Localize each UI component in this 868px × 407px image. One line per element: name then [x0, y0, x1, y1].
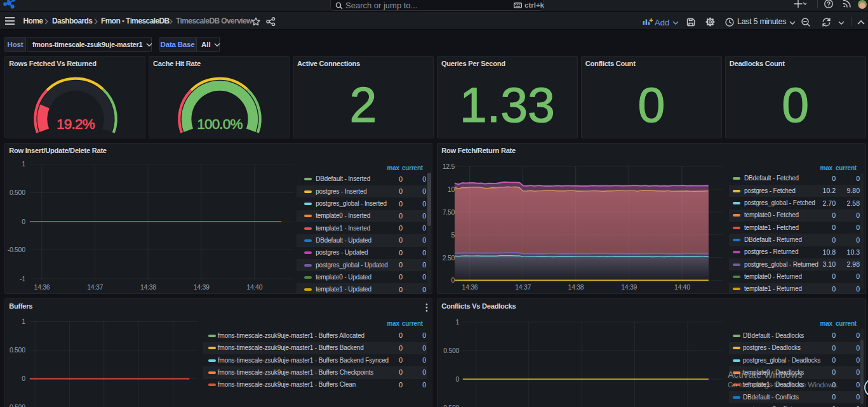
svg-text:100.0%: 100.0%: [197, 117, 243, 133]
svg-text:19.2%: 19.2%: [57, 117, 95, 133]
